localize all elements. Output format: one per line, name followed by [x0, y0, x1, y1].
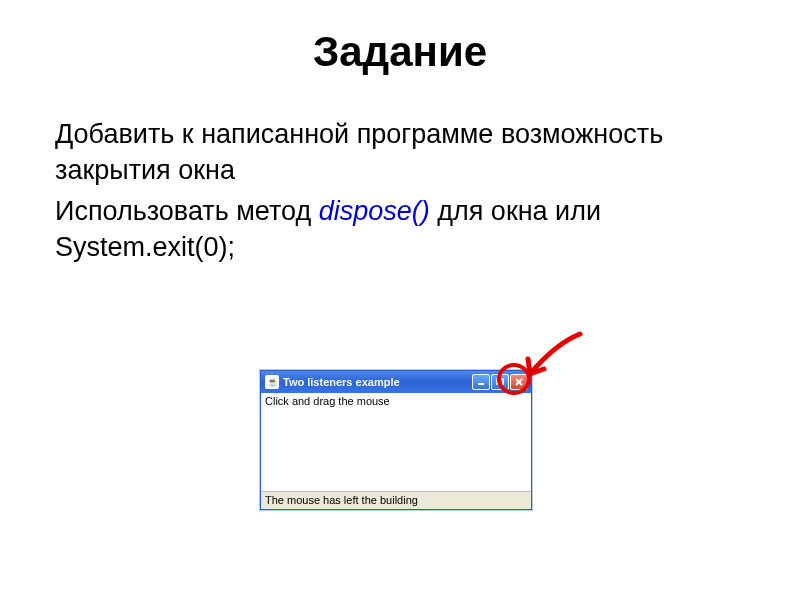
example-window: ☕ Two listeners example Click and drag t… [260, 370, 532, 510]
maximize-button[interactable] [491, 374, 509, 390]
svg-rect-1 [497, 379, 503, 384]
java-icon: ☕ [265, 375, 279, 389]
paragraph-1: Добавить к написанной программе возможно… [55, 116, 740, 189]
window-content: Click and drag the mouse [261, 393, 531, 491]
method-name: dispose() [319, 196, 430, 226]
window-title: Two listeners example [283, 376, 472, 388]
text-before-method: Использовать метод [55, 196, 319, 226]
close-button[interactable] [510, 374, 528, 390]
slide-body: Добавить к написанной программе возможно… [0, 116, 800, 266]
paragraph-2: Использовать метод dispose() для окна ил… [55, 193, 740, 266]
window-titlebar: ☕ Two listeners example [261, 371, 531, 393]
minimize-button[interactable] [472, 374, 490, 390]
window-statusbar: The mouse has left the building [261, 491, 531, 509]
slide-title: Задание [0, 0, 800, 116]
